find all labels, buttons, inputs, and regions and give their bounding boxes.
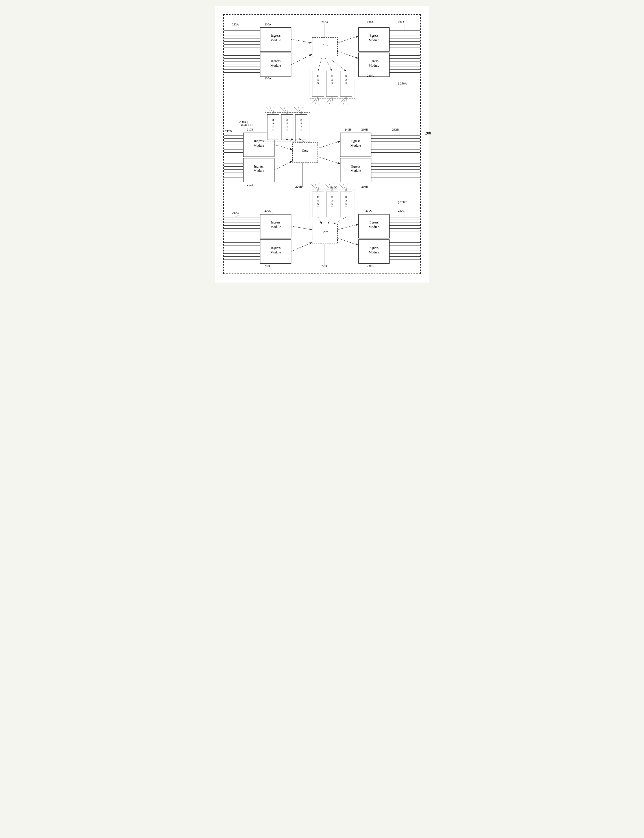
svg-line-231 <box>346 183 347 192</box>
svg-text:A: A <box>272 122 274 125</box>
svg-text:Ingress: Ingress <box>271 246 281 250</box>
label-210c-2: 210C <box>264 264 271 268</box>
svg-line-26 <box>338 36 359 43</box>
svg-line-225 <box>318 183 319 192</box>
svg-line-65 <box>315 96 318 105</box>
svg-text:T: T <box>345 85 347 88</box>
diagram-border: Ingress Module Ingress Module Core <box>223 14 421 274</box>
svg-line-103 <box>274 161 292 170</box>
label-230b-2: 230B <box>361 185 368 188</box>
svg-line-151 <box>298 107 301 115</box>
svg-line-229 <box>339 183 346 192</box>
label-210a-1: 210A <box>264 23 271 26</box>
svg-text:S: S <box>301 125 302 128</box>
label-220a: 220A <box>322 20 328 24</box>
svg-text:R: R <box>272 118 274 121</box>
label-230c-2: 230C <box>367 264 374 268</box>
svg-text:R: R <box>345 196 347 199</box>
svg-text:A: A <box>345 78 347 81</box>
svg-line-181 <box>291 226 312 230</box>
svg-text:Egress: Egress <box>351 139 360 143</box>
svg-text:S: S <box>317 82 319 84</box>
svg-line-233 <box>328 217 332 224</box>
label-212b: 212B <box>225 130 232 133</box>
svg-text:S: S <box>331 82 333 84</box>
svg-line-232 <box>318 217 322 224</box>
svg-line-27 <box>338 51 359 59</box>
label-210b-2: 210B <box>247 183 254 186</box>
label-240c: 240C <box>330 186 337 189</box>
svg-line-147 <box>280 107 287 115</box>
svg-text:Core: Core <box>322 43 328 47</box>
svg-text:A: A <box>331 78 333 81</box>
svg-text:S: S <box>345 202 347 205</box>
svg-text:S: S <box>317 202 319 205</box>
svg-line-235 <box>235 215 239 217</box>
svg-text:T: T <box>317 206 319 209</box>
svg-line-223 <box>311 183 318 192</box>
label-240b: 240B <box>345 128 352 131</box>
label-250c: } 250C <box>398 200 407 204</box>
svg-text:Module: Module <box>270 38 281 42</box>
svg-text:Ingress: Ingress <box>254 164 264 168</box>
svg-text:Egress: Egress <box>351 164 360 168</box>
svg-line-224 <box>315 183 318 192</box>
svg-text:R: R <box>331 75 333 78</box>
svg-text:Egress: Egress <box>370 59 378 63</box>
svg-text:T: T <box>301 128 302 131</box>
svg-text:R: R <box>286 118 288 121</box>
svg-text:250B {: 250B { <box>239 120 248 123</box>
svg-line-149 <box>287 107 288 115</box>
svg-line-182 <box>291 242 312 251</box>
svg-text:T: T <box>345 206 347 209</box>
svg-text:Ingress: Ingress <box>271 59 281 63</box>
svg-line-107 <box>318 157 340 164</box>
label-230b-1: 230B <box>361 128 368 131</box>
svg-text:Core: Core <box>322 230 328 234</box>
page: Ingress Module Ingress Module Core <box>215 6 429 283</box>
label-232b: 232B <box>392 128 399 131</box>
label-200-ext: 200 <box>425 131 431 136</box>
svg-text:A: A <box>345 199 347 202</box>
svg-text:Egress: Egress <box>370 246 378 250</box>
label-210c-1: 210C <box>264 209 271 212</box>
svg-text:R: R <box>317 75 319 78</box>
svg-line-146 <box>273 107 274 115</box>
svg-text:A: A <box>286 122 288 125</box>
svg-line-230 <box>343 183 346 192</box>
label-212c: 212C <box>232 211 239 214</box>
svg-line-67 <box>325 96 332 105</box>
svg-line-185 <box>338 224 359 230</box>
svg-text:A: A <box>317 78 319 81</box>
svg-line-69 <box>332 96 333 105</box>
svg-line-68 <box>329 96 332 105</box>
svg-text:Module: Module <box>350 169 361 173</box>
svg-text:T: T <box>331 206 333 209</box>
svg-text:A: A <box>331 199 333 202</box>
svg-text:Egress: Egress <box>370 220 378 224</box>
svg-text:R: R <box>345 75 347 78</box>
svg-text:Module: Module <box>369 225 379 229</box>
svg-line-152 <box>301 107 302 115</box>
svg-text:Core: Core <box>302 149 309 153</box>
svg-line-70 <box>339 96 346 105</box>
svg-line-234 <box>333 217 346 224</box>
svg-line-106 <box>318 141 340 148</box>
svg-text:R: R <box>317 196 319 199</box>
svg-line-23 <box>291 54 312 65</box>
label-232c: 232C <box>398 209 404 212</box>
svg-line-144 <box>266 107 273 115</box>
svg-text:Ingress: Ingress <box>254 139 264 143</box>
svg-line-150 <box>294 107 301 115</box>
svg-text:Module: Module <box>369 38 379 42</box>
label-230a-2: 230A <box>367 74 374 77</box>
svg-text:A: A <box>317 199 319 202</box>
svg-text:T: T <box>272 128 274 131</box>
label-230a-1: 230A <box>367 20 374 24</box>
label-232a: 232A <box>398 20 404 24</box>
svg-text:Module: Module <box>254 169 264 173</box>
svg-line-102 <box>274 145 292 150</box>
svg-text:S: S <box>331 202 333 205</box>
svg-text:S: S <box>273 125 274 128</box>
svg-text:Module: Module <box>254 143 264 148</box>
